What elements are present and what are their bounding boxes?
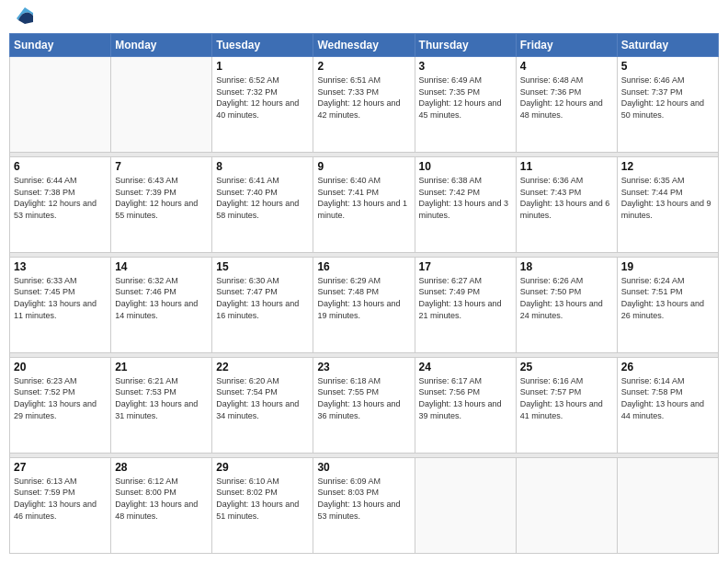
day-number: 18 [520, 260, 613, 273]
day-number: 20 [14, 361, 107, 373]
week-row-3: 13Sunrise: 6:33 AM Sunset: 7:45 PM Dayli… [10, 257, 719, 352]
calendar-cell: 13Sunrise: 6:33 AM Sunset: 7:45 PM Dayli… [10, 257, 111, 352]
col-header-wednesday: Wednesday [313, 34, 415, 57]
day-info: Sunrise: 6:32 AM Sunset: 7:46 PM Dayligh… [115, 275, 208, 321]
day-info: Sunrise: 6:43 AM Sunset: 7:39 PM Dayligh… [115, 175, 208, 221]
calendar-cell: 26Sunrise: 6:14 AM Sunset: 7:58 PM Dayli… [617, 357, 718, 453]
col-header-saturday: Saturday [617, 34, 718, 57]
calendar-cell: 9Sunrise: 6:40 AM Sunset: 7:41 PM Daylig… [313, 156, 415, 252]
day-info: Sunrise: 6:17 AM Sunset: 7:56 PM Dayligh… [419, 375, 512, 421]
calendar-cell: 15Sunrise: 6:30 AM Sunset: 7:47 PM Dayli… [212, 257, 313, 352]
day-info: Sunrise: 6:51 AM Sunset: 7:33 PM Dayligh… [317, 75, 410, 121]
calendar-cell: 10Sunrise: 6:38 AM Sunset: 7:42 PM Dayli… [415, 156, 516, 252]
day-number: 2 [317, 60, 410, 73]
calendar-cell: 6Sunrise: 6:44 AM Sunset: 7:38 PM Daylig… [10, 156, 111, 252]
day-number: 25 [520, 361, 613, 373]
day-number: 8 [216, 160, 309, 173]
calendar-cell: 27Sunrise: 6:13 AM Sunset: 7:59 PM Dayli… [10, 457, 111, 553]
day-info: Sunrise: 6:21 AM Sunset: 7:53 PM Dayligh… [115, 375, 208, 421]
calendar-table: SundayMondayTuesdayWednesdayThursdayFrid… [9, 33, 719, 554]
week-row-2: 6Sunrise: 6:44 AM Sunset: 7:38 PM Daylig… [10, 156, 719, 252]
day-number: 14 [115, 260, 208, 273]
day-number: 21 [115, 361, 208, 373]
calendar-cell: 29Sunrise: 6:10 AM Sunset: 8:02 PM Dayli… [212, 457, 313, 553]
day-info: Sunrise: 6:29 AM Sunset: 7:48 PM Dayligh… [317, 275, 410, 321]
day-info: Sunrise: 6:38 AM Sunset: 7:42 PM Dayligh… [419, 175, 512, 221]
day-info: Sunrise: 6:46 AM Sunset: 7:37 PM Dayligh… [621, 75, 714, 121]
day-number: 15 [216, 260, 309, 273]
calendar-header-row: SundayMondayTuesdayWednesdayThursdayFrid… [10, 34, 719, 57]
calendar-cell [516, 457, 617, 553]
calendar-cell: 21Sunrise: 6:21 AM Sunset: 7:53 PM Dayli… [111, 357, 212, 453]
day-info: Sunrise: 6:18 AM Sunset: 7:55 PM Dayligh… [317, 375, 410, 421]
calendar-cell: 8Sunrise: 6:41 AM Sunset: 7:40 PM Daylig… [212, 156, 313, 252]
header [9, 9, 719, 26]
calendar-cell: 1Sunrise: 6:52 AM Sunset: 7:32 PM Daylig… [212, 57, 313, 153]
day-info: Sunrise: 6:26 AM Sunset: 7:50 PM Dayligh… [520, 275, 613, 321]
day-info: Sunrise: 6:49 AM Sunset: 7:35 PM Dayligh… [419, 75, 512, 121]
calendar-cell: 25Sunrise: 6:16 AM Sunset: 7:57 PM Dayli… [516, 357, 617, 453]
page: SundayMondayTuesdayWednesdayThursdayFrid… [0, 0, 728, 563]
week-row-5: 27Sunrise: 6:13 AM Sunset: 7:59 PM Dayli… [10, 457, 719, 553]
day-info: Sunrise: 6:09 AM Sunset: 8:03 PM Dayligh… [317, 476, 410, 522]
day-info: Sunrise: 6:12 AM Sunset: 8:00 PM Dayligh… [115, 476, 208, 522]
week-row-1: 1Sunrise: 6:52 AM Sunset: 7:32 PM Daylig… [10, 57, 719, 153]
day-number: 24 [419, 361, 512, 373]
day-info: Sunrise: 6:23 AM Sunset: 7:52 PM Dayligh… [14, 375, 107, 421]
day-number: 10 [419, 160, 512, 173]
day-info: Sunrise: 6:16 AM Sunset: 7:57 PM Dayligh… [520, 375, 613, 421]
calendar-cell: 3Sunrise: 6:49 AM Sunset: 7:35 PM Daylig… [415, 57, 516, 153]
day-number: 6 [14, 160, 107, 173]
calendar-cell: 23Sunrise: 6:18 AM Sunset: 7:55 PM Dayli… [313, 357, 415, 453]
day-number: 22 [216, 361, 309, 373]
calendar-cell [617, 457, 718, 553]
day-info: Sunrise: 6:27 AM Sunset: 7:49 PM Dayligh… [419, 275, 512, 321]
day-number: 23 [317, 361, 410, 373]
col-header-tuesday: Tuesday [212, 34, 313, 57]
calendar-cell: 2Sunrise: 6:51 AM Sunset: 7:33 PM Daylig… [313, 57, 415, 153]
day-number: 12 [621, 160, 714, 173]
calendar-cell: 17Sunrise: 6:27 AM Sunset: 7:49 PM Dayli… [415, 257, 516, 352]
calendar-cell: 4Sunrise: 6:48 AM Sunset: 7:36 PM Daylig… [516, 57, 617, 153]
calendar-cell [415, 457, 516, 553]
day-info: Sunrise: 6:35 AM Sunset: 7:44 PM Dayligh… [621, 175, 714, 221]
calendar-cell: 16Sunrise: 6:29 AM Sunset: 7:48 PM Dayli… [313, 257, 415, 352]
day-info: Sunrise: 6:52 AM Sunset: 7:32 PM Dayligh… [216, 75, 309, 121]
logo [13, 9, 35, 26]
calendar-cell [111, 57, 212, 153]
calendar-cell: 19Sunrise: 6:24 AM Sunset: 7:51 PM Dayli… [617, 257, 718, 352]
col-header-friday: Friday [516, 34, 617, 57]
calendar-cell: 5Sunrise: 6:46 AM Sunset: 7:37 PM Daylig… [617, 57, 718, 153]
day-info: Sunrise: 6:10 AM Sunset: 8:02 PM Dayligh… [216, 476, 309, 522]
day-number: 13 [14, 260, 107, 273]
week-row-4: 20Sunrise: 6:23 AM Sunset: 7:52 PM Dayli… [10, 357, 719, 453]
day-number: 5 [621, 60, 714, 73]
calendar-cell [10, 57, 111, 153]
calendar-cell: 7Sunrise: 6:43 AM Sunset: 7:39 PM Daylig… [111, 156, 212, 252]
day-number: 29 [216, 461, 309, 474]
col-header-thursday: Thursday [415, 34, 516, 57]
day-number: 9 [317, 160, 410, 173]
day-number: 11 [520, 160, 613, 173]
day-number: 30 [317, 461, 410, 474]
day-number: 17 [419, 260, 512, 273]
day-number: 4 [520, 60, 613, 73]
calendar-cell: 18Sunrise: 6:26 AM Sunset: 7:50 PM Dayli… [516, 257, 617, 352]
col-header-sunday: Sunday [10, 34, 111, 57]
calendar-cell: 22Sunrise: 6:20 AM Sunset: 7:54 PM Dayli… [212, 357, 313, 453]
day-info: Sunrise: 6:36 AM Sunset: 7:43 PM Dayligh… [520, 175, 613, 221]
calendar-cell: 30Sunrise: 6:09 AM Sunset: 8:03 PM Dayli… [313, 457, 415, 553]
day-number: 26 [621, 361, 714, 373]
day-info: Sunrise: 6:40 AM Sunset: 7:41 PM Dayligh… [317, 175, 410, 221]
day-number: 27 [14, 461, 107, 474]
calendar-cell: 12Sunrise: 6:35 AM Sunset: 7:44 PM Dayli… [617, 156, 718, 252]
day-number: 28 [115, 461, 208, 474]
calendar-cell: 20Sunrise: 6:23 AM Sunset: 7:52 PM Dayli… [10, 357, 111, 453]
day-info: Sunrise: 6:41 AM Sunset: 7:40 PM Dayligh… [216, 175, 309, 221]
calendar-cell: 14Sunrise: 6:32 AM Sunset: 7:46 PM Dayli… [111, 257, 212, 352]
day-info: Sunrise: 6:14 AM Sunset: 7:58 PM Dayligh… [621, 375, 714, 421]
day-info: Sunrise: 6:30 AM Sunset: 7:47 PM Dayligh… [216, 275, 309, 321]
day-info: Sunrise: 6:20 AM Sunset: 7:54 PM Dayligh… [216, 375, 309, 421]
calendar-cell: 11Sunrise: 6:36 AM Sunset: 7:43 PM Dayli… [516, 156, 617, 252]
day-info: Sunrise: 6:33 AM Sunset: 7:45 PM Dayligh… [14, 275, 107, 321]
